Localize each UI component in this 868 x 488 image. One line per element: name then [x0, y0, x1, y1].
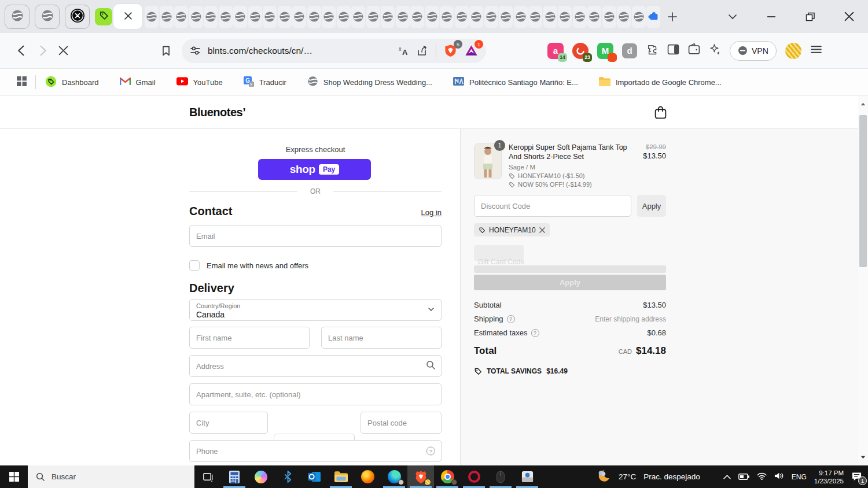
tab-favicon[interactable] [499, 6, 513, 28]
cart-bag-icon[interactable] [654, 106, 667, 121]
window-restore-button[interactable] [804, 10, 816, 23]
apps-grid-icon[interactable] [16, 76, 27, 89]
taskbar-remote-app[interactable] [514, 465, 540, 488]
taskbar-opera[interactable] [461, 465, 487, 488]
store-logo[interactable]: Bluenotes’ [189, 106, 245, 119]
tab-favicon[interactable] [233, 6, 247, 28]
scrollbar-thumb[interactable] [859, 115, 867, 267]
bookmark-imported-folder[interactable]: Importado de Google Chrome... [599, 77, 722, 88]
weather-description[interactable]: Prac. despejado [643, 472, 700, 481]
taskbar-copilot[interactable] [248, 465, 274, 488]
shop-pay-button[interactable]: shop Pay [258, 159, 371, 180]
tray-chevron-icon[interactable] [723, 472, 731, 482]
phone-help-icon[interactable]: ? [426, 447, 435, 456]
taskbar-file-explorer[interactable] [328, 465, 354, 488]
translate-icon[interactable]: x̄A [398, 45, 409, 57]
tab-favicon[interactable] [351, 6, 365, 28]
back-button[interactable] [15, 45, 28, 57]
postal-code-field[interactable] [361, 412, 442, 434]
weather-icon[interactable] [597, 469, 611, 485]
bookmark-gmail[interactable]: Gmail [120, 77, 156, 87]
bookmark-traducir[interactable]: Gx Traducir [244, 76, 286, 88]
tab-favicon[interactable] [396, 6, 410, 28]
window-minimize-button[interactable] [765, 10, 778, 23]
tab-favicon[interactable] [189, 6, 203, 28]
tab-favicon[interactable] [543, 6, 557, 28]
taskbar-bluetooth[interactable] [274, 465, 301, 488]
daily-dev-extension-icon[interactable]: d [622, 43, 637, 58]
tab-favicon[interactable] [145, 6, 159, 28]
tab-favicon[interactable] [219, 6, 233, 28]
tab-favicon[interactable] [160, 6, 174, 28]
weather-temperature[interactable]: 27°C [619, 472, 636, 481]
bookmark-politecnico[interactable]: Politécnico Santiago Mariño: E... [453, 76, 578, 88]
volume-icon[interactable] [774, 472, 784, 482]
tab-favicon[interactable] [632, 6, 646, 28]
tab-favicon[interactable] [573, 6, 587, 28]
tab-favicon[interactable] [617, 6, 631, 28]
tab-black-circle[interactable] [65, 5, 90, 29]
apartment-field[interactable] [189, 383, 442, 405]
brave-rewards-icon[interactable]: 1 [465, 44, 478, 57]
tab-favicon[interactable] [528, 6, 542, 28]
site-settings-icon[interactable] [190, 45, 201, 56]
tab-favicon[interactable] [410, 6, 424, 28]
taskbar-brave[interactable] [407, 465, 434, 488]
tab-close-icon[interactable] [124, 12, 132, 22]
task-view-button[interactable] [194, 465, 221, 488]
tab-favicon[interactable] [366, 6, 380, 28]
tab-favicon[interactable] [558, 6, 572, 28]
keyboard-language[interactable]: ENG [792, 473, 807, 481]
taskbar-edge[interactable] [381, 465, 407, 488]
newsletter-checkbox[interactable] [189, 260, 200, 271]
share-icon[interactable] [417, 45, 428, 57]
wifi-icon[interactable] [757, 472, 767, 482]
green-m-extension-icon[interactable]: M [597, 43, 613, 59]
taskbar-search[interactable]: Buscar [28, 465, 194, 488]
last-name-field[interactable] [321, 327, 442, 349]
phone-field[interactable] [189, 440, 442, 462]
taskbar-mouse-app[interactable] [487, 465, 514, 488]
tab-favicon[interactable] [204, 6, 218, 28]
chip-remove-icon[interactable] [539, 227, 545, 233]
page-scrollbar[interactable] [858, 96, 868, 465]
address-field[interactable] [189, 355, 442, 377]
battery-icon[interactable] [738, 472, 749, 482]
scroll-up-arrow[interactable] [858, 99, 868, 109]
tab-favicon[interactable] [425, 6, 439, 28]
discount-code-input[interactable] [474, 195, 631, 217]
tab-extension[interactable] [646, 6, 660, 28]
tab-shop-dashboard[interactable] [95, 8, 112, 25]
tab-favicon[interactable] [455, 6, 469, 28]
bookmark-youtube[interactable]: YouTube [176, 77, 223, 87]
leo-ai-sparkle-icon[interactable] [709, 43, 721, 58]
tab-favicon[interactable] [322, 6, 336, 28]
tab-favicon[interactable] [484, 6, 498, 28]
red-extension-icon[interactable]: 23 [572, 43, 589, 59]
shipping-help-icon[interactable]: ? [507, 315, 515, 323]
pink-extension-icon[interactable]: a 14 [547, 43, 564, 59]
profile-avatar[interactable] [785, 43, 801, 59]
tab-favicon[interactable] [174, 6, 188, 28]
taskbar-clock[interactable]: 9:17 PM 1/23/2025 [814, 469, 844, 485]
notification-center[interactable]: 1 [851, 472, 862, 482]
bookmark-shop-wedding[interactable]: Shop Wedding Dress Wedding... [307, 76, 432, 88]
tab-favicon[interactable] [381, 6, 395, 28]
url-text[interactable]: blnts.com/checkouts/cn/… [208, 46, 312, 56]
forward-button[interactable] [36, 45, 49, 57]
tab-favicon[interactable] [248, 6, 262, 28]
country-select[interactable]: Country/Region Canada [189, 299, 442, 321]
window-close-button[interactable] [843, 10, 855, 23]
tab-favicon[interactable] [469, 6, 483, 28]
stop-loading-button[interactable] [57, 45, 69, 57]
brave-shield-icon[interactable]: 5 [444, 44, 457, 57]
tab-favicon[interactable] [292, 6, 306, 28]
taxes-help-icon[interactable]: ? [531, 329, 539, 337]
vpn-button[interactable]: VPN [730, 41, 777, 61]
tab-list-chevron-icon[interactable] [726, 10, 739, 23]
taskbar-calculator[interactable] [221, 465, 248, 488]
active-tab[interactable] [113, 4, 142, 29]
tab-favicon[interactable] [337, 6, 351, 28]
tab-globe-2[interactable] [35, 5, 60, 29]
tab-favicon[interactable] [263, 6, 277, 28]
